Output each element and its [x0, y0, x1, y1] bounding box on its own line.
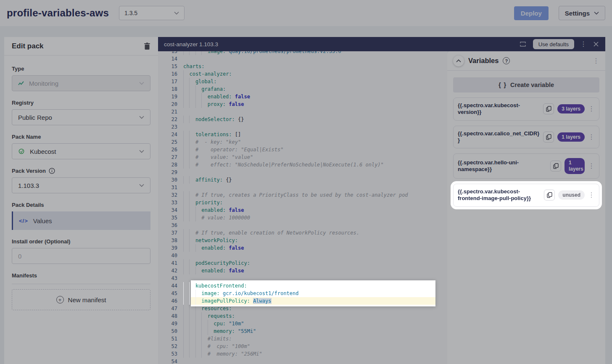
code-line[interactable]: grafana:	[183, 85, 447, 93]
collapse-variables-button[interactable]	[453, 55, 464, 66]
type-value: Monitoring	[29, 80, 134, 87]
variable-card[interactable]: {{.spectro.var.kubecost-version}}3 layer…	[453, 98, 599, 121]
code-line[interactable]	[183, 55, 447, 63]
variable-name: {{.spectro.var.calico_net_CIDR}}	[458, 130, 540, 144]
code-line[interactable]: podSecurityPolicy:	[183, 259, 447, 267]
variables-panel: Variables ? ⋮ { } Create variable {{.spe…	[447, 51, 605, 364]
code-line[interactable]: enabled: false	[183, 244, 447, 252]
layers-badge: unused	[558, 190, 585, 200]
code-line[interactable]: cost-analyzer:	[183, 70, 447, 78]
code-line[interactable]: image: quay.io/prometheus/prometheus:v2.…	[183, 51, 447, 55]
code-line[interactable]: affinity: {}	[183, 176, 447, 184]
code-line[interactable]	[183, 222, 447, 229]
layers-badge: 1 layers	[565, 158, 585, 174]
line-number: 27	[158, 153, 177, 161]
code-line[interactable]: requests:	[183, 312, 447, 320]
code-line[interactable]: cpu: "10m"	[183, 320, 447, 327]
variable-card[interactable]: {{.spectro.var.hello-uni-namespace}}1 la…	[453, 153, 599, 179]
pack-details-values-item[interactable]: </> Values	[12, 211, 150, 230]
code-line[interactable]: enabled: false	[183, 267, 447, 274]
copy-variable-button[interactable]	[544, 190, 555, 200]
monitoring-icon	[18, 81, 24, 86]
variable-card[interactable]: {{.spectro.var.kubecost-frontend-image-p…	[453, 184, 599, 207]
code-line[interactable]: image: gcr.io/kubecost1/frontend	[183, 290, 447, 297]
new-manifest-button[interactable]: + New manifest	[12, 289, 150, 310]
code-line[interactable]	[183, 358, 447, 364]
code-line[interactable]: tolerations: []	[183, 131, 447, 138]
code-line[interactable]: # If true, enable creation of NetworkPol…	[183, 229, 447, 237]
close-editor-button[interactable]	[593, 41, 599, 47]
profile-version-value: 1.3.5	[124, 10, 137, 16]
copy-icon	[546, 106, 551, 112]
settings-button[interactable]: Settings	[559, 6, 605, 20]
code-line[interactable]: kubecostFrontend:	[183, 282, 447, 290]
copy-icon	[553, 163, 559, 169]
line-number: 24	[158, 131, 177, 138]
code-line[interactable]: # - key: "key"	[183, 138, 447, 146]
code-line[interactable]: # memory: "256Mi"	[183, 350, 447, 358]
variables-menu-button[interactable]: ⋮	[593, 58, 599, 64]
code-line[interactable]: networkPolicy:	[183, 237, 447, 244]
code-line[interactable]: priority:	[183, 199, 447, 206]
copy-variable-button[interactable]	[550, 161, 561, 171]
code-line[interactable]: # effect: "NoSchedule|PreferNoSchedule|N…	[183, 161, 447, 169]
variable-menu-button[interactable]: ⋮	[588, 192, 595, 198]
yaml-editor[interactable]: 1314151617181920212223242526272829303132…	[158, 51, 447, 364]
chevron-down-icon	[139, 184, 144, 187]
use-defaults-button[interactable]: Use defaults	[533, 39, 574, 49]
variable-menu-button[interactable]: ⋮	[588, 134, 595, 140]
create-variable-button[interactable]: { } Create variable	[453, 77, 599, 92]
code-content[interactable]: image: quay.io/prometheus/prometheus:v2.…	[183, 51, 447, 364]
pack-version-label: Pack Version	[12, 168, 150, 174]
code-line[interactable]: global:	[183, 78, 447, 85]
code-line[interactable]: enabled: false	[183, 206, 447, 214]
code-line[interactable]: charts:	[183, 63, 447, 70]
copy-variable-button[interactable]	[543, 132, 554, 142]
code-line[interactable]: nodeSelector: {}	[183, 116, 447, 123]
variable-menu-button[interactable]: ⋮	[588, 106, 595, 112]
line-number: 13	[158, 51, 177, 55]
install-order-label: Install order (Optional)	[12, 238, 150, 245]
delete-pack-button[interactable]	[144, 42, 150, 50]
pack-name-select[interactable]: Kubecost	[12, 143, 150, 159]
variable-menu-button[interactable]: ⋮	[588, 163, 595, 169]
profile-version-select[interactable]: 1.3.5	[119, 6, 185, 20]
create-variable-label: Create variable	[510, 82, 554, 88]
manifests-divider	[12, 284, 150, 284]
code-line[interactable]: imagePullPolicy: Always	[183, 297, 447, 305]
code-line[interactable]: # operator: "Equal|Exists"	[183, 146, 447, 153]
code-line[interactable]: enabled: false	[183, 93, 447, 100]
pack-version-select[interactable]: 1.103.3	[12, 177, 150, 193]
variables-list: {{.spectro.var.kubecost-version}}3 layer…	[453, 98, 599, 207]
code-line[interactable]: # cpu: "100m"	[183, 343, 447, 350]
registry-value: Public Repo	[18, 114, 134, 121]
line-number: 42	[158, 267, 177, 274]
code-line[interactable]: # If true, creates a PriorityClass to be…	[183, 191, 447, 199]
layers-badge: 1 layers	[557, 132, 585, 142]
registry-select[interactable]: Public Repo	[12, 109, 150, 125]
code-line[interactable]: #limits:	[183, 335, 447, 343]
code-line[interactable]: proxy: false	[183, 100, 447, 108]
chevron-down-icon	[139, 116, 144, 119]
code-line[interactable]	[183, 169, 447, 176]
code-line[interactable]	[183, 252, 447, 259]
code-line[interactable]	[183, 108, 447, 116]
code-line[interactable]	[183, 184, 447, 191]
line-number: 35	[158, 214, 177, 222]
code-line[interactable]: # value: "value"	[183, 153, 447, 161]
code-line[interactable]	[183, 123, 447, 131]
variables-help-icon[interactable]: ?	[503, 57, 510, 64]
install-order-input[interactable]	[12, 248, 150, 264]
pack-editor-modal: cost-analyzer 1.103.3 Use defaults ⋮ 131…	[158, 37, 605, 364]
editor-menu-button[interactable]: ⋮	[580, 41, 587, 47]
line-number: 31	[158, 184, 177, 191]
code-line[interactable]: # value: 1000000	[183, 214, 447, 222]
copy-variable-button[interactable]	[543, 103, 554, 114]
variable-name: {{.spectro.var.hello-uni-namespace}}	[458, 159, 547, 173]
compare-defaults-button[interactable]	[519, 40, 527, 48]
line-number: 40	[158, 252, 177, 259]
deploy-button[interactable]: Deploy	[514, 6, 549, 20]
pack-details-label: Pack Details	[12, 202, 150, 208]
code-line[interactable]: memory: "55Mi"	[183, 327, 447, 335]
variable-card[interactable]: {{.spectro.var.calico_net_CIDR}}1 layers…	[453, 126, 599, 149]
